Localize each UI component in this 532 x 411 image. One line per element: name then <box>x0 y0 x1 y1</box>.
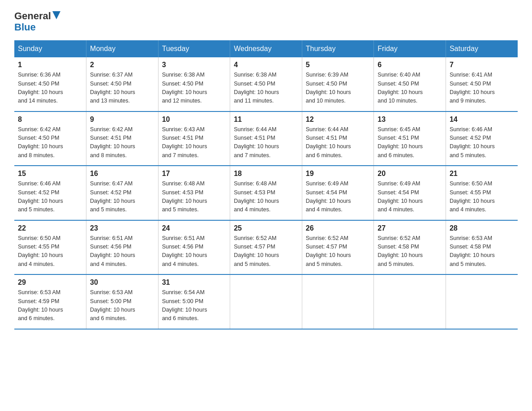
day-number: 5 <box>306 61 370 69</box>
day-number: 31 <box>162 278 227 287</box>
day-info: Sunrise: 6:44 AM Sunset: 4:51 PM Dayligh… <box>234 125 298 160</box>
header-tuesday: Tuesday <box>158 40 230 57</box>
day-number: 22 <box>18 224 82 232</box>
day-number: 12 <box>306 116 370 124</box>
day-info: Sunrise: 6:53 AM Sunset: 4:59 PM Dayligh… <box>18 288 82 323</box>
calendar-cell: 11 Sunrise: 6:44 AM Sunset: 4:51 PM Dayl… <box>230 111 302 166</box>
calendar-cell: 20 Sunrise: 6:49 AM Sunset: 4:54 PM Dayl… <box>374 166 446 220</box>
day-info: Sunrise: 6:54 AM Sunset: 5:00 PM Dayligh… <box>162 288 227 323</box>
day-number: 4 <box>234 61 298 69</box>
day-info: Sunrise: 6:52 AM Sunset: 4:57 PM Dayligh… <box>306 234 370 269</box>
day-number: 7 <box>450 61 514 69</box>
day-number: 17 <box>162 170 227 178</box>
day-info: Sunrise: 6:51 AM Sunset: 4:56 PM Dayligh… <box>162 234 227 269</box>
calendar-week-row: 15 Sunrise: 6:46 AM Sunset: 4:52 PM Dayl… <box>14 166 518 220</box>
day-number: 30 <box>90 278 154 287</box>
day-info: Sunrise: 6:52 AM Sunset: 4:58 PM Dayligh… <box>378 234 442 269</box>
calendar-cell: 15 Sunrise: 6:46 AM Sunset: 4:52 PM Dayl… <box>14 166 86 220</box>
day-number: 19 <box>306 170 370 178</box>
calendar-cell: 23 Sunrise: 6:51 AM Sunset: 4:56 PM Dayl… <box>86 220 159 275</box>
day-number: 18 <box>234 170 298 178</box>
day-info: Sunrise: 6:38 AM Sunset: 4:50 PM Dayligh… <box>234 71 298 106</box>
header-wednesday: Wednesday <box>230 40 302 57</box>
calendar-cell <box>302 274 374 329</box>
header-friday: Friday <box>374 40 446 57</box>
logo-blue: Blue <box>14 21 36 33</box>
day-number: 2 <box>90 61 154 69</box>
calendar-cell: 2 Sunrise: 6:37 AM Sunset: 4:50 PM Dayli… <box>86 57 159 111</box>
day-number: 14 <box>450 116 514 124</box>
day-number: 11 <box>234 116 298 124</box>
calendar-cell: 31 Sunrise: 6:54 AM Sunset: 5:00 PM Dayl… <box>158 274 230 329</box>
day-number: 25 <box>234 224 298 232</box>
calendar-table: SundayMondayTuesdayWednesdayThursdayFrid… <box>14 40 518 330</box>
calendar-cell: 29 Sunrise: 6:53 AM Sunset: 4:59 PM Dayl… <box>14 274 86 329</box>
day-info: Sunrise: 6:42 AM Sunset: 4:50 PM Dayligh… <box>18 125 82 160</box>
day-info: Sunrise: 6:47 AM Sunset: 4:52 PM Dayligh… <box>90 180 154 214</box>
logo-general: General <box>14 11 51 21</box>
day-info: Sunrise: 6:49 AM Sunset: 4:54 PM Dayligh… <box>306 180 370 214</box>
day-number: 29 <box>18 278 82 287</box>
day-number: 23 <box>90 224 154 232</box>
calendar-cell: 16 Sunrise: 6:47 AM Sunset: 4:52 PM Dayl… <box>86 166 159 220</box>
day-number: 15 <box>18 170 82 178</box>
day-number: 13 <box>378 116 442 124</box>
day-number: 28 <box>450 224 514 232</box>
header-sunday: Sunday <box>14 40 86 57</box>
calendar-cell: 21 Sunrise: 6:50 AM Sunset: 4:55 PM Dayl… <box>446 166 518 220</box>
day-number: 6 <box>378 61 442 69</box>
day-number: 24 <box>162 224 227 232</box>
day-info: Sunrise: 6:53 AM Sunset: 4:58 PM Dayligh… <box>450 234 514 269</box>
day-info: Sunrise: 6:49 AM Sunset: 4:54 PM Dayligh… <box>378 180 442 214</box>
day-number: 9 <box>90 116 154 124</box>
calendar-cell: 24 Sunrise: 6:51 AM Sunset: 4:56 PM Dayl… <box>158 220 230 275</box>
logo: General Blue <box>14 11 60 33</box>
calendar-week-row: 29 Sunrise: 6:53 AM Sunset: 4:59 PM Dayl… <box>14 274 518 329</box>
day-info: Sunrise: 6:48 AM Sunset: 4:53 PM Dayligh… <box>234 180 298 214</box>
calendar-cell <box>446 274 518 329</box>
calendar-cell: 17 Sunrise: 6:48 AM Sunset: 4:53 PM Dayl… <box>158 166 230 220</box>
calendar-cell: 6 Sunrise: 6:40 AM Sunset: 4:50 PM Dayli… <box>374 57 446 111</box>
day-info: Sunrise: 6:50 AM Sunset: 4:55 PM Dayligh… <box>18 234 82 269</box>
calendar-cell: 27 Sunrise: 6:52 AM Sunset: 4:58 PM Dayl… <box>374 220 446 275</box>
calendar-cell <box>374 274 446 329</box>
day-info: Sunrise: 6:46 AM Sunset: 4:52 PM Dayligh… <box>18 180 82 214</box>
day-info: Sunrise: 6:44 AM Sunset: 4:51 PM Dayligh… <box>306 125 370 160</box>
day-number: 3 <box>162 61 227 69</box>
day-number: 8 <box>18 116 82 124</box>
day-info: Sunrise: 6:48 AM Sunset: 4:53 PM Dayligh… <box>162 180 227 214</box>
day-info: Sunrise: 6:52 AM Sunset: 4:57 PM Dayligh… <box>234 234 298 269</box>
day-number: 10 <box>162 116 227 124</box>
calendar-cell <box>230 274 302 329</box>
calendar-cell: 22 Sunrise: 6:50 AM Sunset: 4:55 PM Dayl… <box>14 220 86 275</box>
header-thursday: Thursday <box>302 40 374 57</box>
calendar-cell: 5 Sunrise: 6:39 AM Sunset: 4:50 PM Dayli… <box>302 57 374 111</box>
calendar-cell: 9 Sunrise: 6:42 AM Sunset: 4:51 PM Dayli… <box>86 111 159 166</box>
calendar-cell: 18 Sunrise: 6:48 AM Sunset: 4:53 PM Dayl… <box>230 166 302 220</box>
calendar-week-row: 8 Sunrise: 6:42 AM Sunset: 4:50 PM Dayli… <box>14 111 518 166</box>
svg-marker-0 <box>52 11 60 19</box>
day-number: 26 <box>306 224 370 232</box>
day-info: Sunrise: 6:43 AM Sunset: 4:51 PM Dayligh… <box>162 125 227 160</box>
day-info: Sunrise: 6:37 AM Sunset: 4:50 PM Dayligh… <box>90 71 154 106</box>
calendar-week-row: 1 Sunrise: 6:36 AM Sunset: 4:50 PM Dayli… <box>14 57 518 111</box>
calendar-cell: 10 Sunrise: 6:43 AM Sunset: 4:51 PM Dayl… <box>158 111 230 166</box>
calendar-cell: 8 Sunrise: 6:42 AM Sunset: 4:50 PM Dayli… <box>14 111 86 166</box>
calendar-cell: 26 Sunrise: 6:52 AM Sunset: 4:57 PM Dayl… <box>302 220 374 275</box>
calendar-header-row: SundayMondayTuesdayWednesdayThursdayFrid… <box>14 40 518 57</box>
calendar-cell: 28 Sunrise: 6:53 AM Sunset: 4:58 PM Dayl… <box>446 220 518 275</box>
day-info: Sunrise: 6:38 AM Sunset: 4:50 PM Dayligh… <box>162 71 227 106</box>
day-info: Sunrise: 6:39 AM Sunset: 4:50 PM Dayligh… <box>306 71 370 106</box>
calendar-cell: 25 Sunrise: 6:52 AM Sunset: 4:57 PM Dayl… <box>230 220 302 275</box>
day-number: 1 <box>18 61 82 69</box>
day-number: 20 <box>378 170 442 178</box>
header-saturday: Saturday <box>446 40 518 57</box>
day-info: Sunrise: 6:36 AM Sunset: 4:50 PM Dayligh… <box>18 71 82 106</box>
calendar-week-row: 22 Sunrise: 6:50 AM Sunset: 4:55 PM Dayl… <box>14 220 518 275</box>
day-info: Sunrise: 6:50 AM Sunset: 4:55 PM Dayligh… <box>450 180 514 214</box>
calendar-cell: 13 Sunrise: 6:45 AM Sunset: 4:51 PM Dayl… <box>374 111 446 166</box>
day-info: Sunrise: 6:42 AM Sunset: 4:51 PM Dayligh… <box>90 125 154 160</box>
calendar-cell: 7 Sunrise: 6:41 AM Sunset: 4:50 PM Dayli… <box>446 57 518 111</box>
day-info: Sunrise: 6:40 AM Sunset: 4:50 PM Dayligh… <box>378 71 442 106</box>
day-info: Sunrise: 6:41 AM Sunset: 4:50 PM Dayligh… <box>450 71 514 106</box>
